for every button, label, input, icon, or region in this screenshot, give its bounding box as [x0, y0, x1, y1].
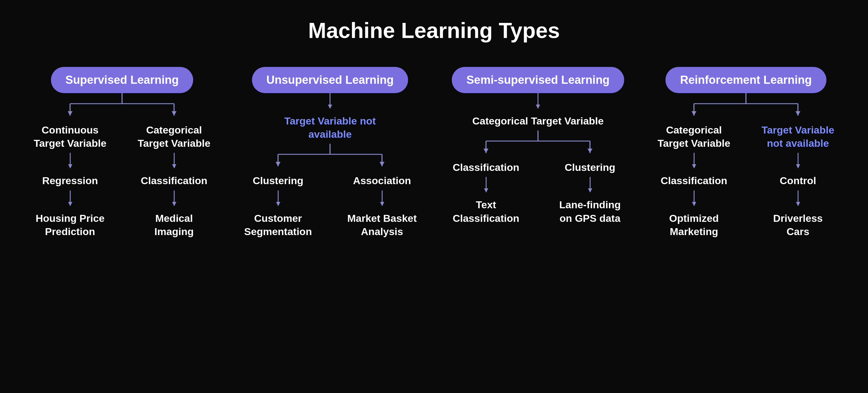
- svg-marker-27: [380, 202, 384, 206]
- arrow-classification-text: [480, 177, 492, 195]
- unsupervised-branch-association: Association Market BasketAnalysis: [330, 171, 434, 241]
- classification-supervised: Classification: [135, 171, 213, 190]
- clustering-semi: Clustering: [558, 158, 621, 177]
- arrow-continuous-regression: [64, 153, 76, 171]
- svg-marker-53: [796, 164, 800, 169]
- supervised-branch-categorical: CategoricalTarget Variable Classificatio…: [122, 120, 226, 241]
- arrow-clustering-customer: [272, 190, 284, 209]
- arrow-targetvar-control: [792, 153, 804, 171]
- control: Control: [774, 171, 822, 190]
- column-reinforcement: Reinforcement Learning CategoricalTarget…: [642, 67, 850, 241]
- clustering-unsupervised: Clustering: [247, 171, 309, 190]
- semi-branch-clustering: Clustering Lane-findingon GPS data: [538, 158, 642, 228]
- semi-supervised-learning-node: Semi-supervised Learning: [452, 67, 624, 93]
- svg-marker-35: [484, 149, 488, 153]
- reinforcement-branch-targetvar: Target Variablenot available Control Dri…: [746, 120, 850, 241]
- classification-reinforcement: Classification: [655, 171, 733, 190]
- arrow-control-driverless: [792, 190, 804, 209]
- svg-marker-16: [328, 104, 332, 109]
- medical-imaging: MedicalImaging: [148, 209, 199, 241]
- arrow-unsupervised-targetvar: [324, 93, 336, 111]
- categorical-target-variable-semi: Categorical Target Variable: [466, 111, 610, 130]
- semi-branch-classification: Classification TextClassification: [434, 158, 538, 228]
- target-variable-not-available-unsupervised: Target Variable notavailable: [278, 111, 382, 144]
- svg-marker-51: [692, 202, 696, 206]
- reinforcement-level1: CategoricalTarget Variable Classificatio…: [642, 120, 850, 241]
- reinforcement-branch-categorical: CategoricalTarget Variable Classificatio…: [642, 120, 746, 241]
- supervised-level1: ContinuousTarget Variable Regression Hou…: [18, 120, 226, 241]
- categorical-target-variable-supervised: CategoricalTarget Variable: [132, 120, 216, 153]
- arrow-association-marketbasket: [376, 190, 388, 209]
- svg-marker-47: [795, 111, 800, 116]
- semi-fork-arrow: [434, 130, 642, 158]
- page-title: Machine Learning Types: [308, 18, 560, 43]
- svg-marker-46: [691, 111, 696, 116]
- target-variable-not-available-reinforcement: Target Variablenot available: [755, 120, 840, 153]
- svg-marker-14: [172, 202, 176, 206]
- svg-marker-25: [276, 202, 280, 206]
- svg-marker-6: [172, 111, 176, 116]
- arrow-classification-medical: [168, 190, 180, 209]
- customer-segmentation: CustomerSegmentation: [238, 209, 318, 241]
- arrow-regression-housing: [64, 190, 76, 209]
- diagram-container: Supervised Learning ContinuousTarget Var…: [0, 67, 868, 241]
- reinforcement-fork-arrow: [642, 93, 850, 120]
- supervised-branch-continuous: ContinuousTarget Variable Regression Hou…: [18, 120, 122, 241]
- svg-marker-29: [536, 104, 540, 109]
- optimized-marketing: OptimizedMarketing: [663, 209, 724, 241]
- svg-marker-38: [484, 188, 488, 192]
- column-supervised: Supervised Learning ContinuousTarget Var…: [18, 67, 226, 241]
- unsupervised-learning-node: Unsupervised Learning: [252, 67, 408, 93]
- column-semi: Semi-supervised Learning Categorical Tar…: [434, 67, 642, 228]
- arrow-semi-categorical: [532, 93, 544, 111]
- reinforcement-learning-node: Reinforcement Learning: [665, 67, 826, 93]
- arrow-clustering-lanefinding: [584, 177, 596, 195]
- categorical-target-variable-reinforcement: CategoricalTarget Variable: [652, 120, 736, 153]
- svg-marker-8: [68, 164, 72, 169]
- svg-marker-40: [588, 188, 592, 192]
- svg-marker-49: [692, 164, 696, 169]
- association: Association: [347, 171, 417, 190]
- column-unsupervised: Unsupervised Learning Target Variable no…: [226, 67, 434, 241]
- arrow-classification-optimized: [688, 190, 700, 209]
- driverless-cars: DriverlessCars: [767, 209, 829, 241]
- market-basket-analysis: Market BasketAnalysis: [341, 209, 423, 241]
- housing-price-prediction: Housing PricePrediction: [30, 209, 111, 241]
- svg-marker-23: [379, 162, 384, 167]
- unsupervised-fork-arrow: [226, 144, 434, 171]
- svg-marker-55: [796, 202, 800, 206]
- arrow-categorical-classification-reinforcement: [688, 153, 700, 171]
- arrow-categorical-classification-supervised: [168, 153, 180, 171]
- svg-marker-10: [68, 202, 72, 206]
- regression: Regression: [36, 171, 104, 190]
- text-classification: TextClassification: [447, 195, 525, 228]
- continuous-target-variable: ContinuousTarget Variable: [28, 120, 113, 153]
- svg-marker-5: [67, 111, 72, 116]
- svg-marker-12: [172, 164, 176, 169]
- unsupervised-level2: Clustering CustomerSegmentation Associat…: [226, 171, 434, 241]
- classification-semi: Classification: [447, 158, 525, 177]
- svg-marker-22: [276, 162, 280, 167]
- supervised-learning-node: Supervised Learning: [51, 67, 193, 93]
- lane-finding-gps: Lane-findingon GPS data: [553, 195, 627, 228]
- semi-level2: Classification TextClassification Cluste…: [434, 158, 642, 228]
- supervised-fork-arrow: [18, 93, 226, 120]
- unsupervised-branch-clustering: Clustering CustomerSegmentation: [226, 171, 330, 241]
- svg-marker-36: [587, 149, 592, 153]
